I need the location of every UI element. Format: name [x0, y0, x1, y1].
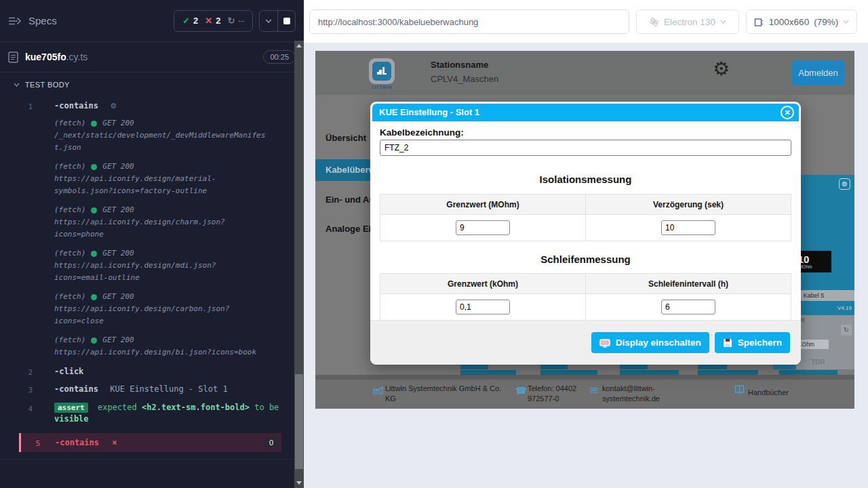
- cypress-sidebar: Specs ✓ 2 ✕ 2 ↻ -- kue705fo.cy.t: [0, 0, 304, 488]
- cable-name-input[interactable]: [380, 140, 791, 156]
- card-button-fragment: [620, 365, 648, 369]
- phone-icon: ☎: [515, 385, 527, 396]
- footer-manuals-link[interactable]: Handbücher: [748, 388, 789, 398]
- footer-company: Littwin Systemtechnik GmbH & Co. KG: [385, 384, 502, 404]
- isolation-heading: Isolationsmessung: [380, 174, 791, 185]
- refresh-icon[interactable]: ↻: [841, 325, 852, 336]
- display-on-button[interactable]: Display einschalten: [591, 332, 709, 353]
- command-row-contains-2[interactable]: 3 -contains KUE Einstellung - Slot 1: [0, 380, 304, 398]
- card-button-fragment: [540, 365, 568, 369]
- card-tab-fragment: [698, 370, 758, 375]
- card-tab-fragment: [540, 370, 597, 375]
- littwin-logo-icon: [376, 65, 388, 77]
- stop-icon: [283, 18, 290, 24]
- app-header: LITTWIN Stationsname CPLV4_Maschen ⚙ Abm…: [315, 51, 854, 95]
- isolation-col2-header: Verzögerung (sek): [585, 195, 791, 214]
- kue-card-settings-button[interactable]: ⚙: [839, 178, 850, 190]
- loop-col2-header: Schleifenintervall (h): [585, 274, 791, 293]
- x-icon: ✕: [205, 16, 212, 26]
- floppy-icon: [723, 338, 732, 348]
- isolation-delay-input[interactable]: [661, 220, 715, 235]
- station-name: CPLV4_Maschen: [431, 74, 498, 84]
- logout-button[interactable]: Abmelden: [792, 60, 844, 85]
- file-icon: [8, 52, 18, 63]
- test-body-section[interactable]: TEST BODY: [0, 73, 304, 97]
- isolation-table: Grenzwert (MOhm) Verzögerung (sek): [380, 194, 791, 241]
- gear-icon: ⚙: [842, 180, 848, 188]
- chevron-down-icon: [14, 83, 20, 87]
- assert-badge: assert: [54, 403, 88, 413]
- station-label: Stationsname: [431, 60, 488, 70]
- check-icon: ✓: [182, 16, 190, 26]
- modal-body: Kabelbezeichnung: Isolationsmessung Gren…: [370, 127, 801, 321]
- stop-button[interactable]: [277, 11, 295, 31]
- divider: [0, 459, 304, 460]
- close-icon[interactable]: ✕: [781, 106, 794, 119]
- specs-title: Specs: [28, 15, 57, 26]
- command-log: 1 -contains ⚙ (fetch)GET 200 /_next/stat…: [0, 97, 304, 460]
- fetch-log-entry: (fetch)GET 200 https://api.iconify.desig…: [0, 201, 304, 245]
- spec-duration-badge: 00:25: [263, 50, 296, 64]
- email-icon: ✉: [590, 385, 598, 396]
- stat-pending: ↻ --: [227, 16, 244, 26]
- status-dot: [91, 207, 97, 214]
- stat-passed: ✓ 2: [182, 16, 198, 26]
- fetch-log-entry: (fetch)GET 200 https://api.iconify.desig…: [0, 158, 304, 201]
- refresh-icon: ↻: [227, 16, 235, 26]
- kue-settings-modal: KUE Einstellung - Slot 1 ✕ Kabelbezeichn…: [370, 102, 801, 365]
- settings-gear-icon[interactable]: ⚙: [713, 58, 730, 80]
- status-dot: [91, 251, 97, 257]
- scroll-down-arrow[interactable]: [296, 481, 302, 485]
- kue-firmware-version: V4.19: [837, 305, 852, 311]
- card-button-fragment: [460, 365, 488, 369]
- divider: [315, 375, 854, 380]
- chevron-down-icon: [843, 20, 849, 24]
- retry-count-badge: 0: [265, 438, 277, 447]
- status-dot: [91, 121, 97, 127]
- collapse-button[interactable]: [260, 11, 277, 31]
- scrollbar-thumb[interactable]: [295, 374, 303, 469]
- command-row-contains[interactable]: 1 -contains ⚙: [0, 97, 304, 115]
- loop-col1-header: Grenzwert (kOhm): [380, 274, 585, 293]
- status-dot: [91, 164, 97, 170]
- command-row-click[interactable]: 2 -click: [0, 363, 304, 380]
- app-under-test: LITTWIN Stationsname CPLV4_Maschen ⚙ Abm…: [315, 51, 854, 409]
- gear-icon: ⚙: [110, 102, 117, 110]
- spec-ext: .cy.ts: [66, 52, 88, 62]
- nav-uebersicht[interactable]: Übersicht: [326, 133, 366, 143]
- littwin-logo: LITTWIN: [367, 58, 397, 89]
- card-button-fragment: [698, 365, 727, 369]
- spec-file-row[interactable]: kue705fo.cy.ts 00:25: [0, 42, 304, 73]
- command-row-failed[interactable]: 5 -contains × 0: [19, 433, 281, 452]
- cable-name-label: Kabelbezeichnung:: [380, 127, 791, 138]
- stat-failed: ✕ 2: [205, 16, 220, 26]
- loop-limit-input[interactable]: [456, 300, 510, 314]
- fetch-log-entry: (fetch)GET 200 https://api.iconify.desig…: [0, 288, 304, 331]
- command-row-assert[interactable]: 4 assert expected <h2.text-sm.font-bold>…: [0, 398, 304, 429]
- loop-heading: Schleifenmessung: [380, 253, 791, 265]
- test-stats: ✓ 2 ✕ 2 ↻ --: [174, 10, 253, 32]
- fetch-log-entry: (fetch)GET 200 https://api.iconify.desig…: [0, 245, 304, 288]
- browser-selector[interactable]: Electron 130: [636, 9, 739, 34]
- fetch-log-entry: (fetch)GET 200 /_next/static/development…: [0, 115, 304, 158]
- card-tab-fragment: [620, 370, 679, 375]
- runner-controls: [259, 10, 296, 32]
- loop-table: Grenzwert (kOhm) Schleifenintervall (h): [380, 273, 791, 321]
- card-tab-fragment: [460, 370, 516, 375]
- status-dot: [91, 294, 97, 300]
- electron-icon: [649, 17, 659, 27]
- status-dot: [91, 338, 97, 344]
- loop-interval-input[interactable]: [661, 300, 715, 314]
- app-footer: Littwin Systemtechnik GmbH & Co. KG ☎ Te…: [315, 380, 854, 409]
- specs-list-icon[interactable]: [8, 16, 22, 26]
- sidebar-scrollbar[interactable]: [294, 41, 304, 488]
- save-button[interactable]: Speichern: [715, 332, 790, 353]
- isolation-col1-header: Grenzwert (MOhm): [380, 195, 585, 214]
- spec-name: kue705fo: [25, 52, 66, 62]
- scroll-up-arrow[interactable]: [296, 44, 302, 47]
- viewport-size-selector[interactable]: 1000x660 (79%): [746, 9, 857, 34]
- kue-tab-tdr[interactable]: TDR: [811, 359, 825, 366]
- browser-topbar: Electron 130 1000x660 (79%): [304, 0, 868, 43]
- isolation-limit-input[interactable]: [456, 220, 510, 235]
- url-input[interactable]: [309, 9, 629, 34]
